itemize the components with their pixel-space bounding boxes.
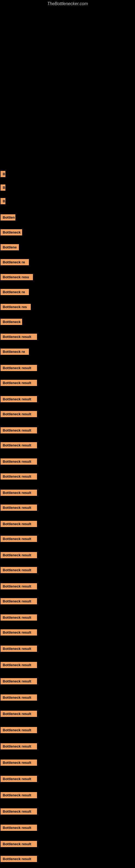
result-item: Bottleneck result (1, 442, 37, 450)
bottleneck-result-label[interactable]: Bottleneck result (1, 743, 37, 749)
site-title: TheBottlenecker.com (47, 0, 88, 7)
bottleneck-result-label[interactable]: Bottlene (1, 244, 19, 250)
result-item: Bottleneck result (1, 567, 37, 574)
result-item: Bottleneck result (1, 825, 37, 832)
bottleneck-result-label[interactable]: Bottleneck result (1, 396, 37, 402)
result-item: Bottleneck result (1, 841, 37, 848)
result-item: Bottlene (1, 244, 19, 251)
result-item: Bottleneck result (1, 380, 37, 387)
bottleneck-result-label[interactable]: Bottleneck result (1, 711, 37, 717)
result-item: Bottleneck result (1, 856, 37, 863)
result-item: Bottleneck result (1, 504, 37, 512)
result-item: Bottleneck result (1, 473, 37, 480)
result-item: Bottleneck re (1, 289, 29, 296)
bottleneck-result-label[interactable]: Bottleneck result (1, 856, 37, 862)
result-item: Bottleneck result (1, 458, 37, 466)
result-item: Bottleneck re (1, 259, 29, 267)
bottleneck-result-label[interactable]: Bottleneck result (1, 776, 37, 782)
result-item: Bottleneck result (1, 792, 37, 799)
bottleneck-result-label[interactable]: Bottleneck result (1, 583, 37, 589)
bottleneck-result-label[interactable]: Bottleneck result (1, 646, 37, 652)
result-item: Bottleneck result (1, 598, 37, 606)
result-item: Bottleneck result (1, 646, 37, 653)
bottleneck-result-label[interactable]: Bottlen (1, 214, 15, 220)
bottleneck-result-label[interactable]: Bottleneck result (1, 662, 37, 668)
bottleneck-result-label[interactable]: Bottleneck result (1, 365, 37, 371)
bottleneck-result-label[interactable]: Bottleneck result (1, 841, 37, 847)
result-item: Bottleneck result (1, 743, 37, 750)
result-item: Bottleneck result (1, 776, 37, 783)
result-item: B (1, 184, 5, 192)
result-item: Bottleneck result (1, 411, 37, 418)
result-item: B (1, 171, 5, 178)
result-item: Bottlen (1, 214, 15, 222)
result-item: Bottleneck (1, 319, 22, 326)
result-item: Bottleneck result (1, 662, 37, 669)
result-item: Bottleneck result (1, 614, 37, 622)
bottleneck-result-label[interactable]: Bottleneck result (1, 678, 37, 684)
bottleneck-result-label[interactable]: Bottleneck result (1, 521, 37, 527)
bottleneck-result-label[interactable]: Bottleneck result (1, 490, 37, 496)
bottleneck-result-label[interactable]: Bottleneck re (1, 289, 29, 295)
bottleneck-result-label[interactable]: Bottleneck result (1, 760, 37, 766)
result-item: Bottleneck result (1, 427, 37, 435)
bottleneck-result-label[interactable]: Bottleneck result (1, 504, 37, 511)
result-item: Bottleneck result (1, 334, 37, 341)
bottleneck-result-label[interactable]: B (1, 171, 5, 177)
bottleneck-result-label[interactable]: Bottleneck res (1, 304, 31, 310)
bottleneck-result-label[interactable]: Bottleneck result (1, 536, 37, 542)
result-item: Bottleneck resu (1, 274, 33, 281)
bottleneck-result-label[interactable]: Bottleneck result (1, 694, 37, 701)
bottleneck-result-label[interactable]: Bottleneck (1, 229, 22, 236)
result-item: Bottleneck result (1, 583, 37, 590)
bottleneck-result-label[interactable]: Bottleneck result (1, 792, 37, 798)
bottleneck-result-label[interactable]: Bottleneck result (1, 380, 37, 386)
bottleneck-result-label[interactable]: Bottleneck resu (1, 274, 33, 280)
bottleneck-result-label[interactable]: Bottleneck result (1, 567, 37, 573)
bottleneck-result-label[interactable]: Bottleneck result (1, 473, 37, 479)
bottleneck-result-label[interactable]: Bottleneck result (1, 442, 37, 448)
bottleneck-result-label[interactable]: Bottleneck result (1, 552, 37, 558)
bottleneck-result-label[interactable]: Bottleneck result (1, 598, 37, 604)
bottleneck-result-label[interactable]: Bottleneck re (1, 259, 29, 265)
result-item: Bottleneck result (1, 396, 37, 403)
result-item: B (1, 198, 5, 205)
result-item: Bottleneck result (1, 727, 37, 734)
bottleneck-result-label[interactable]: Bottleneck result (1, 825, 37, 831)
result-item: Bottleneck res (1, 304, 31, 311)
result-item: Bottleneck result (1, 536, 37, 543)
result-item: Bottleneck (1, 229, 22, 237)
bottleneck-result-label[interactable]: Bottleneck result (1, 614, 37, 621)
bottleneck-result-label[interactable]: Bottleneck result (1, 727, 37, 733)
result-item: Bottleneck result (1, 711, 37, 718)
result-item: Bottleneck result (1, 629, 37, 637)
bottleneck-result-label[interactable]: Bottleneck result (1, 808, 37, 814)
result-item: Bottleneck result (1, 808, 37, 816)
result-item: Bottleneck result (1, 490, 37, 497)
bottleneck-result-label[interactable]: Bottleneck re (1, 348, 29, 355)
result-item: Bottleneck result (1, 678, 37, 685)
bottleneck-result-label[interactable]: Bottleneck result (1, 629, 37, 636)
result-item: Bottleneck result (1, 552, 37, 559)
result-item: Bottleneck result (1, 760, 37, 767)
bottleneck-result-label[interactable]: B (1, 198, 5, 204)
bottleneck-result-label[interactable]: B (1, 184, 5, 191)
result-item: Bottleneck result (1, 365, 37, 372)
bottleneck-result-label[interactable]: Bottleneck result (1, 427, 37, 433)
bottleneck-result-label[interactable]: Bottleneck result (1, 458, 37, 465)
result-item: Bottleneck re (1, 348, 29, 356)
result-item: Bottleneck result (1, 694, 37, 702)
bottleneck-result-label[interactable]: Bottleneck (1, 319, 22, 325)
bottleneck-result-label[interactable]: Bottleneck result (1, 411, 37, 417)
bottleneck-result-label[interactable]: Bottleneck result (1, 334, 37, 340)
site-title-container: TheBottlenecker.com (0, 1, 135, 6)
result-item: Bottleneck result (1, 521, 37, 528)
